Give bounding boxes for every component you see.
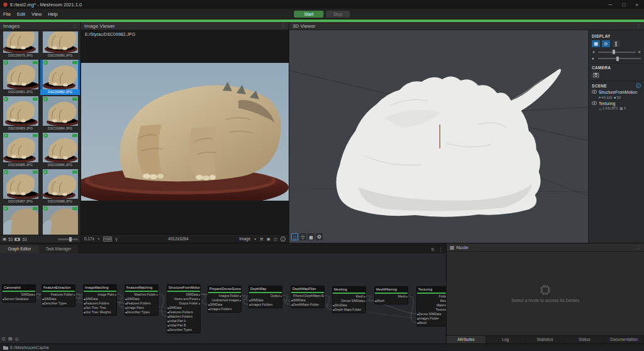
tab-task-manager[interactable]: Task Manager <box>39 245 78 254</box>
input-port[interactable]: Images Folders <box>208 307 241 311</box>
graph-node-MeshFiltering[interactable]: MeshFilteringMeshMesh <box>374 286 408 304</box>
thumbnail-partial-11[interactable]: ✓ <box>40 206 80 235</box>
gizmo-display-toggle[interactable]: ⊙ <box>602 40 610 47</box>
output-port[interactable]: SfMData <box>3 292 35 297</box>
point-size-slider[interactable] <box>598 52 636 53</box>
graph-node-DepthMap[interactable]: DepthMapOutputSfMDataImages Folders <box>248 286 282 308</box>
frame-select-icon[interactable]: □ <box>291 233 298 240</box>
thumbnail-DSC09986.JPG[interactable]: ✓ DSC09986.JPG <box>40 133 80 168</box>
output-port[interactable]: Dense SfMData <box>333 299 365 303</box>
scene-item-StructureFromMotion[interactable]: StructureFromMotion # 44,119 ■ 53 <box>592 90 641 99</box>
graph-node-CameraInit[interactable]: CameraInitSfMDataSensor Database <box>2 284 36 303</box>
graph-editor-menu-icon[interactable]: ⋮ <box>438 247 443 252</box>
input-port[interactable]: SfmData <box>333 303 365 308</box>
input-port[interactable]: Voc Tree: Tree <box>84 306 116 310</box>
output-port[interactable]: Output Folder <box>167 301 200 306</box>
tab-documentation[interactable]: Documentation <box>604 336 644 343</box>
input-port[interactable]: Describer Types <box>167 328 200 332</box>
refresh-graph-icon[interactable]: ↻ <box>431 247 435 252</box>
output-port[interactable]: Textures <box>417 308 446 312</box>
menu-edit[interactable]: Edit <box>14 11 28 18</box>
minimize-button[interactable]: ─ <box>609 2 613 8</box>
auto-layout-icon[interactable]: ◎ <box>15 337 19 342</box>
gamma-icon[interactable]: γ <box>115 237 117 241</box>
graph-node-FeatureExtraction[interactable]: FeatureExtractionFeatures FolderSfMDataD… <box>42 284 75 307</box>
input-port[interactable]: Depth Maps Folder <box>333 308 365 312</box>
image-viewer-menu-icon[interactable]: ⋮ <box>281 23 286 28</box>
input-port[interactable]: SfMData <box>291 298 324 303</box>
metadata-info-icon[interactable]: i <box>280 237 286 242</box>
start-button[interactable]: Start <box>294 11 323 18</box>
tab-graph-editor[interactable]: Graph Editor <box>0 245 39 254</box>
input-port[interactable]: Voc Tree: Weights <box>84 310 116 315</box>
menu-view[interactable]: View <box>28 11 45 18</box>
tab-log[interactable]: Log <box>486 336 526 343</box>
scene-item-Texturing[interactable]: Texturing △ 1,431,872 ▦ 3 <box>592 101 641 111</box>
hdr-toggle-icon[interactable]: HDR <box>103 237 113 242</box>
input-port[interactable]: SfMData <box>249 298 282 303</box>
output-port[interactable]: Mesh <box>333 294 365 299</box>
grid-toggle-icon[interactable]: ▦ <box>308 233 314 240</box>
fit-graph-icon[interactable]: ⊡ <box>2 337 6 342</box>
scene-info-icon[interactable]: i <box>636 83 641 88</box>
graph-node-DepthMapFilter[interactable]: DepthMapFilterFiltered DepthMaps FolderS… <box>291 286 325 308</box>
output-port[interactable]: SfMData <box>167 292 200 297</box>
output-port[interactable]: Matches Folder <box>125 292 158 297</box>
graph-node-FeatureMatching[interactable]: FeatureMatchingMatches FolderSfMDataFeat… <box>125 284 158 316</box>
graph-node-StructureFromMotion[interactable]: StructureFromMotionSfMDataViews and Pose… <box>167 284 201 333</box>
input-port[interactable]: Mesh <box>417 321 446 325</box>
fit-view-icon[interactable]: ⌖ <box>97 237 100 242</box>
input-port[interactable]: Images Folders <box>249 303 282 307</box>
output-port[interactable]: Image Pairs <box>84 292 116 297</box>
output-port[interactable]: Mesh <box>375 294 408 299</box>
filter-icon[interactable]: ▽ <box>299 233 306 240</box>
output-port[interactable]: Undistorted Images <box>208 298 241 303</box>
thumbnail-DSC09984.JPG[interactable]: ✓ DSC09984.JPG <box>40 96 80 131</box>
thumbnail-DSC09988.JPG[interactable]: ✓ DSC09988.JPG <box>40 169 80 204</box>
viewer3d-menu-icon[interactable]: ⋮ <box>636 23 641 28</box>
graph-node-PrepareDenseScene[interactable]: PrepareDenseSceneImages FolderUndistorte… <box>208 286 242 313</box>
grid-display-toggle[interactable]: ▦ <box>592 40 600 47</box>
output-select-caret-icon[interactable]: ▼ <box>253 237 257 241</box>
output-port[interactable]: Filtered DepthMaps Folder <box>291 294 324 298</box>
viewport-3d[interactable]: □ ▽ ▦ DISPLAY ▦ ⊙ <box>289 30 644 243</box>
menu-file[interactable]: File <box>0 11 14 18</box>
output-port[interactable]: Output <box>249 294 282 298</box>
thumbnail-DSC09985.JPG[interactable]: ✓ DSC09985.JPG <box>1 133 40 168</box>
input-port[interactable]: Initial Pair A <box>167 319 200 323</box>
input-port[interactable]: Features Folders <box>84 301 116 306</box>
input-port[interactable]: SfMData <box>84 297 116 301</box>
graph-node-Meshing[interactable]: MeshingMeshDense SfMDataSfmDataDepth Map… <box>332 286 366 313</box>
render-settings-gear-icon[interactable] <box>316 233 323 240</box>
visibility-eye-icon[interactable] <box>592 90 597 94</box>
thumbnail-partial-10[interactable]: ✓ <box>1 206 40 235</box>
node-panel-menu-icon[interactable]: ⋮ <box>636 245 641 250</box>
input-port[interactable]: SfMData <box>208 303 241 307</box>
close-button[interactable]: × <box>635 2 638 8</box>
node-graph-canvas[interactable]: ⊡ ▤ ◎ CameraInitSfMDataSensor DatabaseFe… <box>0 254 446 343</box>
input-port[interactable]: Sensor Database <box>3 297 35 301</box>
camera-scale-slider[interactable] <box>598 58 641 59</box>
input-port[interactable]: Describer Types <box>42 301 75 306</box>
tab-statistics[interactable]: Statistics <box>526 336 565 343</box>
graph-node-ImageMatching[interactable]: ImageMatchingImage PairsSfMDataFeatures … <box>83 284 117 316</box>
reset-slider-icon[interactable]: ✕ <box>638 50 641 54</box>
output-port[interactable]: Material <box>417 303 446 308</box>
input-port[interactable]: Dense SfMData <box>417 312 446 316</box>
thumbnail-DSC09983.JPG[interactable]: ✓ DSC09983.JPG <box>1 96 40 131</box>
tab-status[interactable]: Status <box>565 336 604 343</box>
input-port[interactable]: Matches Folders <box>167 315 200 319</box>
sync-camera-button[interactable] <box>592 72 600 79</box>
stop-button[interactable]: Stop <box>326 11 350 18</box>
output-port[interactable]: Mesh <box>417 299 446 303</box>
input-port[interactable]: SfMData <box>167 306 200 310</box>
output-port[interactable]: Features Folder <box>42 292 75 297</box>
snapshot-icon[interactable]: ▣ <box>267 237 270 242</box>
tab-attributes[interactable]: Attributes <box>447 336 486 343</box>
thumbnail-DSC09980.JPG[interactable]: ✓ DSC09980.JPG <box>40 31 80 58</box>
input-port[interactable]: DepthMaps Folder <box>291 303 324 307</box>
images-panel-menu-icon[interactable]: ⋮ <box>73 23 77 28</box>
menu-help[interactable]: Help <box>45 11 60 18</box>
input-port[interactable]: Features Folders <box>167 310 200 315</box>
graph-node-Texturing[interactable]: TexturingFolderMeshMaterialTexturesDense… <box>416 286 446 326</box>
